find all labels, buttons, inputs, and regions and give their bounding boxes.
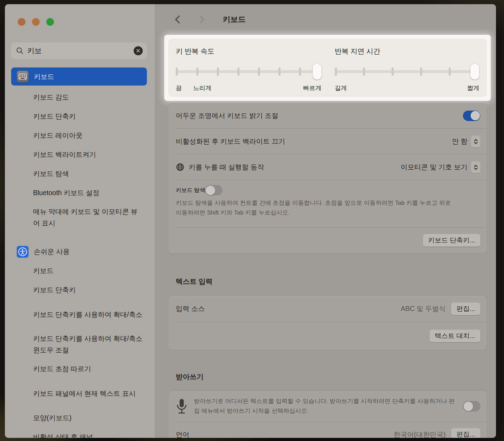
- popup-value: 안 함: [452, 137, 467, 146]
- slider-tick: [176, 67, 178, 76]
- key-repeat-slider[interactable]: [176, 64, 322, 80]
- slider-label-off: 끔: [176, 84, 182, 92]
- row-description: 키보드 탐색을 사용하여 컨트롤 간에 초점을 이동합니다. 초점을 앞으로 이…: [176, 198, 458, 218]
- input-sources-row: 입력 소스 ABC 및 두벌식 편집...: [168, 296, 487, 322]
- sidebar-item-10[interactable]: 키보드 단축키: [11, 280, 147, 299]
- microphone-icon: [176, 398, 187, 414]
- keyboard-navigation-toggle[interactable]: [205, 185, 222, 195]
- sidebar-item-9[interactable]: 키보드: [11, 261, 147, 280]
- dictation-card: 받아쓰기로 어디서든 텍스트를 입력할 수 있습니다. 받아쓰기를 시작하려면 …: [168, 391, 487, 438]
- sidebar-item-16[interactable]: 비활성 상태 후 패널: [11, 427, 147, 438]
- sidebar-item-0[interactable]: 키보드: [11, 67, 147, 86]
- slider-title: 반복 지연 시간: [335, 47, 480, 56]
- language-value: 한국어(대한민국): [394, 430, 446, 438]
- sidebar-item-14[interactable]: 키보드 패널에서 현재 텍스트 표시: [11, 378, 147, 408]
- dictation-row: 받아쓰기로 어디서든 텍스트를 입력할 수 있습니다. 받아쓰기를 시작하려면 …: [168, 391, 487, 422]
- sidebar-item-label: 키보드 단축키를 사용하여 확대/축소 윈도우 조절: [17, 333, 143, 356]
- popup-value: 이모티콘 및 기호 보기: [401, 162, 467, 172]
- row-label: 입력 소스: [176, 304, 205, 313]
- slider-tick: [420, 67, 422, 76]
- sidebar-item-15[interactable]: 모양(키보드): [11, 408, 147, 427]
- slider-title: 키 반복 속도: [176, 47, 322, 56]
- sidebar-item-label: 키보드 단축키를 사용하여 확대/축소: [17, 309, 142, 320]
- slider-label-long: 길게: [335, 84, 347, 92]
- slider-tick: [299, 67, 301, 76]
- row-label: 키보드 탐색: [176, 187, 205, 194]
- backlight-brightness-toggle[interactable]: [463, 111, 480, 121]
- sidebar-item-label: 모양(키보드): [17, 412, 72, 424]
- keyboard-settings-card: 어두운 조명에서 키보드 밝기 조절 비활성화된 후 키보드 백라이트 끄기 안…: [168, 103, 487, 253]
- sidebar-item-label: 키보드 백라이트켜기: [17, 149, 96, 160]
- row-label: 언어: [176, 430, 189, 438]
- header: 키보드: [155, 4, 496, 35]
- sidebar-item-label: 키보드 탐색: [17, 168, 69, 179]
- backlight-off-popup-button[interactable]: [471, 136, 480, 147]
- slider-thumb[interactable]: [313, 64, 322, 80]
- close-window-button[interactable]: [18, 18, 25, 26]
- sidebar-item-label: 비활성 상태 후 패널: [17, 431, 93, 438]
- edit-input-sources-button[interactable]: 편집...: [451, 303, 480, 315]
- page-title: 키보드: [223, 14, 246, 25]
- search-field[interactable]: [11, 42, 147, 59]
- sidebar: 키보드키보드 감도키보드 단축키키보드 레이아웃키보드 백라이트켜기키보드 탐색…: [5, 4, 155, 438]
- main-pane: 키보드 키 반복 속도 끔 느리게 빠르게: [155, 4, 496, 438]
- sidebar-item-6[interactable]: Bluetooth 키보드 설정: [11, 183, 147, 202]
- slider-tick: [258, 67, 260, 76]
- sidebar-item-13[interactable]: 키보드 초점 따르기: [11, 359, 147, 378]
- input-sources-value: ABC 및 두벌식: [401, 304, 446, 313]
- search-icon: [16, 47, 24, 55]
- globe-icon: [176, 163, 184, 171]
- clear-search-icon[interactable]: [134, 46, 143, 55]
- sidebar-item-label: 키보드 단축키: [17, 111, 76, 122]
- sidebar-item-label: 키보드 단축키: [17, 284, 76, 296]
- repeat-delay-block: 반복 지연 시간 길게 짧게: [335, 47, 480, 97]
- sidebar-item-label: 키보드 레이아웃: [17, 130, 82, 141]
- fn-key-action-popup-button[interactable]: [471, 161, 480, 173]
- section-title-text-input: 텍스트 입력: [176, 277, 213, 286]
- sidebar-item-label: 키보드 초점 따르기: [17, 363, 91, 375]
- keyboard-navigation-row: 키보드 탐색 키보드 탐색을 사용하여 컨트롤 간에 초점을 이동합니다. 초점…: [168, 180, 487, 227]
- search-input[interactable]: [27, 47, 134, 55]
- back-icon[interactable]: [173, 14, 183, 25]
- keyboard-shortcuts-button[interactable]: 키보드 단축키...: [423, 234, 480, 247]
- repeat-delay-slider[interactable]: [335, 64, 480, 80]
- system-settings-window: 키보드키보드 감도키보드 단축키키보드 레이아웃키보드 백라이트켜기키보드 탐색…: [5, 4, 496, 438]
- row-label: 어두운 조명에서 키보드 밝기 조절: [176, 111, 278, 120]
- slider-label-fast: 빠르게: [303, 84, 322, 92]
- zoom-window-button[interactable]: [46, 18, 54, 26]
- search-highlight: 키 반복 속도 끔 느리게 빠르게 반복 지연 시간: [164, 35, 491, 101]
- sidebar-item-12[interactable]: 키보드 단축키를 사용하여 확대/축소 윈도우 조절: [11, 329, 147, 359]
- slider-tick: [363, 67, 365, 76]
- sidebar-item-4[interactable]: 키보드 백라이트켜기: [11, 145, 147, 164]
- sidebar-item-5[interactable]: 키보드 탐색: [11, 164, 147, 183]
- accessibility-icon: [17, 246, 29, 258]
- minimize-window-button[interactable]: [32, 18, 40, 26]
- slider-thumb[interactable]: [470, 64, 479, 80]
- dictation-toggle[interactable]: [463, 401, 480, 411]
- sidebar-item-1[interactable]: 키보드 감도: [11, 88, 147, 107]
- sidebar-item-label: 키보드: [17, 265, 54, 276]
- sidebar-item-7[interactable]: 메뉴 막대에 키보드 및 이모티콘 뷰어 표시: [11, 202, 147, 232]
- sidebar-item-11[interactable]: 키보드 단축키를 사용하여 확대/축소: [11, 299, 147, 329]
- text-replacements-button[interactable]: 텍스트 대치...: [430, 330, 480, 342]
- slider-track: [335, 70, 480, 73]
- sidebar-item-3[interactable]: 키보드 레이아웃: [11, 126, 147, 145]
- edit-language-button[interactable]: 편집...: [451, 428, 480, 438]
- forward-icon[interactable]: [196, 14, 207, 25]
- text-replacements-row: 텍스트 대치...: [168, 322, 487, 350]
- fn-key-action-row: 키를 누를 때 실행할 동작 이모티콘 및 기호 보기: [168, 154, 487, 180]
- dictation-language-row: 언어 한국어(대한민국) 편집...: [168, 422, 487, 438]
- sidebar-item-2[interactable]: 키보드 단축키: [11, 107, 147, 126]
- section-title-dictation: 받아쓰기: [176, 372, 204, 382]
- key-repeat-card: 키 반복 속도 끔 느리게 빠르게 반복 지연 시간: [168, 39, 487, 97]
- slider-tick: [278, 67, 281, 76]
- backlight-brightness-row: 어두운 조명에서 키보드 밝기 조절: [168, 103, 487, 128]
- shortcuts-row: 키보드 단축키...: [168, 228, 487, 252]
- sidebar-item-label: 키보드 감도: [17, 91, 69, 103]
- slider-labels: 길게 짧게: [335, 84, 480, 92]
- sidebar-item-8[interactable]: 손쉬운 사용: [11, 242, 147, 261]
- slider-tick: [196, 67, 198, 76]
- sidebar-item-label: 손쉬운 사용: [29, 246, 70, 257]
- row-label: 키를 누를 때 실행할 동작: [189, 162, 264, 172]
- keyboard-icon: [17, 71, 29, 82]
